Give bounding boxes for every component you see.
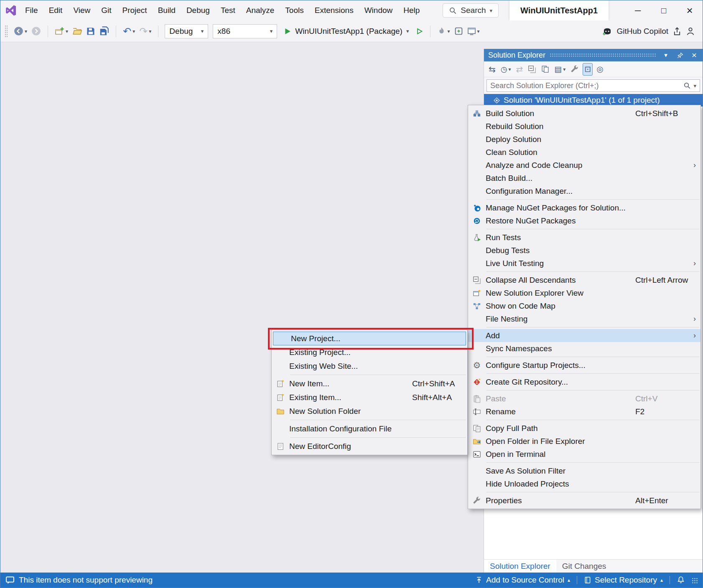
share-icon[interactable] — [672, 27, 682, 36]
gear-icon: ⚙ — [468, 360, 486, 370]
menubar-item-debug[interactable]: Debug — [181, 0, 215, 20]
toolbar-grip[interactable] — [5, 25, 8, 38]
menu-item-existing-web-site[interactable]: Existing Web Site... — [272, 359, 467, 373]
menubar-item-build[interactable]: Build — [153, 0, 181, 20]
save-button[interactable] — [84, 24, 97, 39]
window-position-icon[interactable]: ▾ — [661, 51, 671, 59]
menu-item-properties[interactable]: PropertiesAlt+Enter — [468, 494, 700, 507]
menubar-item-edit[interactable]: Edit — [43, 0, 68, 20]
menu-item-configure-startup-projects[interactable]: ⚙Configure Startup Projects... — [468, 359, 700, 372]
solution-explorer-toolbar: ⇆◷▾⇄▤▾⊡◎ — [484, 61, 703, 77]
menu-item-paste[interactable]: PasteCtrl+V — [468, 392, 700, 405]
add-to-source-control-button[interactable]: Add to Source Control ▴ — [475, 575, 570, 585]
resize-grip[interactable] — [692, 578, 698, 583]
configuration-dropdown[interactable]: Debug ▾ — [165, 24, 208, 38]
undo-button[interactable]: ↶▾ — [121, 24, 137, 39]
menu-item-collapse-all-descendants[interactable]: Collapse All DescendantsCtrl+Left Arrow — [468, 274, 700, 286]
collapse-all-button[interactable] — [527, 63, 537, 76]
open-folder-button[interactable] — [70, 24, 84, 39]
menu-item-file-nesting[interactable]: File Nesting› — [468, 312, 700, 325]
menu-item-add[interactable]: Add› — [468, 329, 700, 342]
menu-item-clean-solution[interactable]: Clean Solution — [468, 146, 700, 159]
redo-button[interactable]: ↷▾ — [137, 24, 153, 39]
menu-item-save-as-solution-filter[interactable]: Save As Solution Filter — [468, 464, 700, 477]
menu-item-open-folder-in-file-explorer[interactable]: Open Folder in File Explorer — [468, 435, 700, 448]
menubar-item-git[interactable]: Git — [96, 0, 117, 20]
solution-search-input[interactable] — [490, 81, 681, 90]
solution-explorer-titlebar[interactable]: Solution Explorer ▾ × — [484, 49, 703, 61]
minimize-button[interactable]: ─ — [625, 0, 651, 20]
notifications-bell-icon[interactable] — [677, 576, 685, 584]
github-copilot-label[interactable]: GitHub Copilot — [616, 27, 668, 36]
pin-icon[interactable] — [675, 52, 685, 59]
menubar-item-analyze[interactable]: Analyze — [241, 0, 280, 20]
menu-item-live-unit-testing[interactable]: Live Unit Testing› — [468, 257, 700, 270]
switch-views-button[interactable]: ⇆ — [487, 63, 497, 76]
menu-item-configuration-manager[interactable]: Configuration Manager... — [468, 185, 700, 198]
start-debugging-button[interactable]: WinUIUnitTestApp1 (Package) ▾ — [280, 24, 413, 39]
platform-dropdown[interactable]: x86 ▾ — [213, 24, 277, 38]
hot-reload-button[interactable]: ▾ — [435, 24, 452, 39]
github-copilot-icon[interactable] — [602, 26, 612, 36]
menu-item-existing-item[interactable]: Existing Item...Shift+Alt+A — [272, 390, 467, 404]
show-all-files-button[interactable]: ▤▾ — [553, 63, 567, 76]
web-browser-button[interactable]: ▾ — [465, 24, 482, 39]
menubar-item-view[interactable]: View — [68, 0, 96, 20]
menu-item-new-item[interactable]: New Item...Ctrl+Shift+A — [272, 377, 467, 390]
menu-item-open-in-terminal[interactable]: Open in Terminal — [468, 448, 700, 461]
menubar-item-help[interactable]: Help — [398, 0, 425, 20]
save-all-button[interactable] — [97, 24, 111, 39]
search-box[interactable]: Search ▾ — [443, 3, 499, 18]
menu-item-rename[interactable]: RenameF2 — [468, 405, 700, 418]
properties-button[interactable] — [569, 63, 580, 76]
menubar-item-test[interactable]: Test — [215, 0, 241, 20]
menu-item-label: Hide Unloaded Projects — [486, 479, 635, 489]
solution-search[interactable]: ▾ — [486, 79, 700, 92]
maximize-button[interactable]: □ — [651, 0, 677, 20]
menu-item-manage-nuget-packages-for-solution[interactable]: Manage NuGet Packages for Solution... — [468, 201, 700, 214]
new-project-button[interactable]: ▾ — [53, 24, 70, 39]
menubar-item-tools[interactable]: Tools — [280, 0, 309, 20]
menu-item-run-tests[interactable]: Run Tests — [468, 231, 700, 244]
properties-pages-button[interactable] — [540, 63, 550, 76]
menu-item-rebuild-solution[interactable]: Rebuild Solution — [468, 120, 700, 133]
tab-git-changes[interactable]: Git Changes — [556, 560, 612, 573]
menu-item-create-git-repository[interactable]: Create Git Repository... — [468, 375, 700, 388]
select-repository-button[interactable]: Select Repository ▴ — [584, 575, 663, 585]
menu-item-new-editorconfig[interactable]: New EditorConfig — [272, 439, 467, 453]
preview-selected-button[interactable]: ⊡ — [583, 63, 593, 76]
menubar-item-project[interactable]: Project — [117, 0, 153, 20]
close-button[interactable]: × — [677, 0, 703, 20]
attach-to-process-button[interactable] — [452, 24, 465, 39]
track-active-item-button[interactable]: ◎ — [595, 63, 605, 76]
menu-item-copy-full-path[interactable]: Copy Full Path — [468, 422, 700, 435]
start-without-debugging-button[interactable] — [414, 24, 425, 39]
menu-item-deploy-solution[interactable]: Deploy Solution — [468, 133, 700, 146]
pending-changes-filter-button[interactable]: ◷▾ — [499, 63, 512, 76]
folder-icon — [272, 407, 289, 416]
menu-item-debug-tests[interactable]: Debug Tests — [468, 244, 700, 257]
close-icon[interactable]: × — [689, 50, 699, 60]
back-button[interactable]: ▾ — [12, 24, 29, 39]
menu-item-new-solution-folder[interactable]: New Solution Folder — [272, 404, 467, 418]
menu-item-sync-namespaces[interactable]: Sync Namespaces — [468, 342, 700, 355]
menubar-item-window[interactable]: Window — [359, 0, 398, 20]
menubar-item-file[interactable]: File — [20, 0, 43, 20]
menu-item-batch-build[interactable]: Batch Build... — [468, 172, 700, 185]
menu-item-analyze-and-code-cleanup[interactable]: Analyze and Code Cleanup› — [468, 159, 700, 172]
chevron-down-icon: ▾ — [270, 28, 273, 34]
menu-item-restore-nuget-packages[interactable]: Restore NuGet Packages — [468, 214, 700, 227]
chevron-up-icon: ▴ — [568, 577, 570, 583]
sync-with-active-document-button[interactable]: ⇄ — [515, 63, 525, 76]
menubar-item-extensions[interactable]: Extensions — [309, 0, 359, 20]
menu-item-label: Existing Item... — [289, 393, 412, 402]
menu-item-hide-unloaded-projects[interactable]: Hide Unloaded Projects — [468, 477, 700, 490]
menu-separator — [290, 437, 466, 438]
forward-button[interactable] — [29, 24, 43, 39]
menu-item-build-solution[interactable]: Build SolutionCtrl+Shift+B — [468, 107, 700, 120]
menu-item-new-solution-explorer-view[interactable]: New Solution Explorer View — [468, 286, 700, 299]
menu-item-installation-configuration-file[interactable]: Installation Configuration File — [272, 422, 467, 436]
menu-item-show-on-code-map[interactable]: Show on Code Map — [468, 299, 700, 312]
feedback-icon[interactable] — [686, 27, 695, 36]
tab-solution-explorer[interactable]: Solution Explorer — [484, 560, 556, 573]
